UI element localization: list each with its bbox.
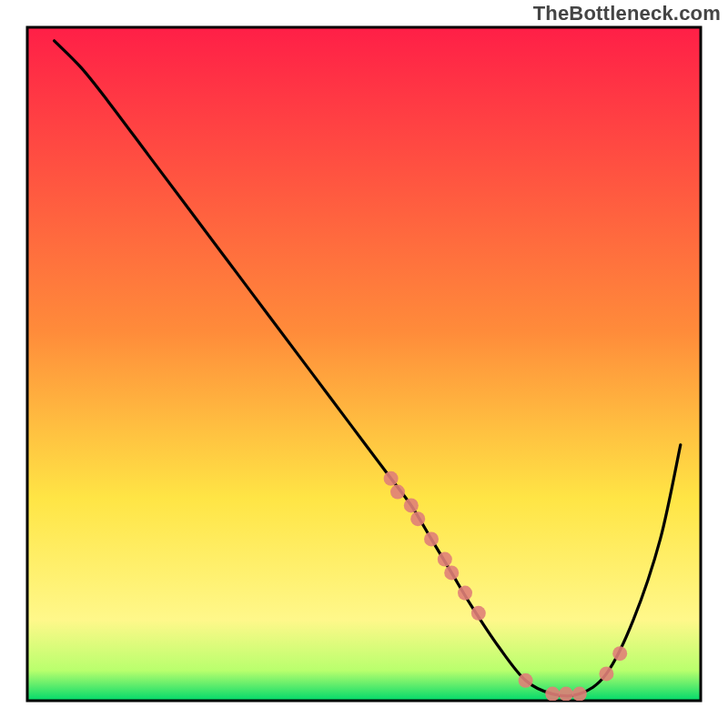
highlight-point	[471, 606, 486, 621]
highlight-point	[458, 586, 472, 601]
highlight-point	[444, 565, 459, 580]
highlight-point	[572, 687, 587, 702]
highlight-point	[390, 485, 405, 500]
highlight-point	[599, 666, 613, 681]
highlight-point	[519, 673, 533, 688]
highlight-point	[438, 552, 452, 567]
highlight-point	[424, 531, 439, 546]
highlight-point	[545, 687, 560, 702]
highlight-point	[404, 498, 419, 512]
watermark-label: TheBottleneck.com	[533, 2, 721, 25]
highlight-point	[559, 687, 573, 702]
highlight-point	[612, 646, 627, 661]
highlight-point	[384, 471, 399, 486]
bottleneck-chart	[0, 0, 728, 728]
chart-container: TheBottleneck.com	[0, 0, 728, 728]
highlight-point	[410, 511, 425, 526]
